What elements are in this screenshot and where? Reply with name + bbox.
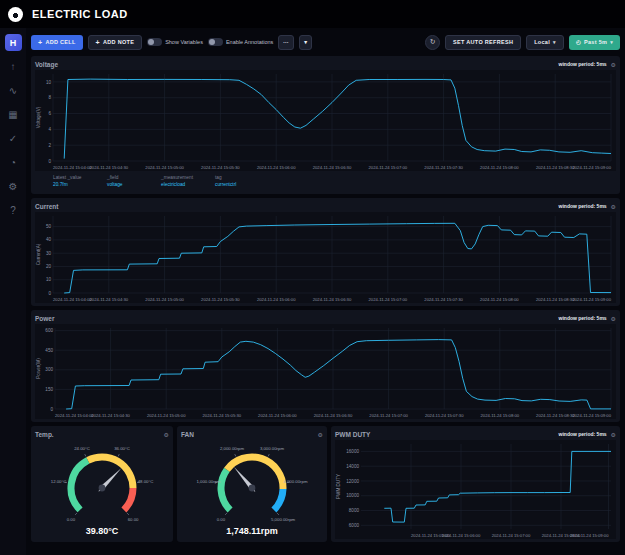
tasks-icon[interactable]: ✓ bbox=[4, 130, 22, 147]
cell-options-icon[interactable]: ⚙ bbox=[318, 431, 323, 438]
svg-text:30: 30 bbox=[46, 251, 52, 256]
panel-power: Power window period: 5ms ⚙ 0150300450600… bbox=[31, 310, 620, 422]
svg-text:8000: 8000 bbox=[349, 508, 360, 513]
svg-text:3,000.00rpm: 3,000.00rpm bbox=[260, 446, 285, 451]
time-range-dropdown[interactable]: ◴ Past 5m ▾ bbox=[569, 35, 620, 50]
enable-annotations-label: Enable Annotations bbox=[226, 39, 273, 45]
fan-gauge-value: 1,748.11rpm bbox=[181, 526, 323, 539]
svg-text:2024-11-24 15:07:30: 2024-11-24 15:07:30 bbox=[425, 413, 464, 418]
current-line-chart[interactable]: 010203040502024-11-24 15:04:002024-11-24… bbox=[35, 212, 616, 303]
settings-icon[interactable]: ⚙ bbox=[4, 178, 22, 195]
svg-text:2024-11-24 15:04:00: 2024-11-24 15:04:00 bbox=[53, 297, 92, 302]
svg-text:2024-11-24 15:06:00: 2024-11-24 15:06:00 bbox=[442, 533, 481, 538]
plus-icon: + bbox=[38, 39, 42, 46]
svg-text:2024-11-24 15:08:30: 2024-11-24 15:08:30 bbox=[536, 297, 575, 302]
panel-title: PWM DUTY bbox=[335, 431, 370, 438]
cell-options-icon[interactable]: ⚙ bbox=[611, 61, 616, 68]
svg-text:2024-11-24 15:06:30: 2024-11-24 15:06:30 bbox=[314, 413, 353, 418]
timezone-dropdown[interactable]: Local ▾ bbox=[526, 35, 564, 50]
svg-text:2024-11-24 15:06:30: 2024-11-24 15:06:30 bbox=[313, 297, 352, 302]
svg-text:48.00°C: 48.00°C bbox=[138, 479, 154, 484]
add-cell-button[interactable]: + ADD CELL bbox=[31, 35, 83, 50]
show-variables-label: Show Variables bbox=[165, 39, 203, 45]
alerts-icon[interactable]: ◔ bbox=[4, 154, 22, 171]
svg-text:2024-11-24 15:07:30: 2024-11-24 15:07:30 bbox=[424, 297, 463, 302]
svg-text:Power(W): Power(W) bbox=[36, 358, 41, 379]
legend-value: voltage bbox=[107, 182, 161, 187]
svg-text:5,000.00rpm: 5,000.00rpm bbox=[271, 517, 296, 522]
more-options-button[interactable]: ⋯ bbox=[278, 35, 294, 50]
svg-text:2024-11-24 15:04:30: 2024-11-24 15:04:30 bbox=[91, 413, 130, 418]
legend-header: Latest _value bbox=[53, 175, 107, 180]
chevron-down-icon: ▾ bbox=[610, 39, 613, 45]
svg-text:4,000.00rpm: 4,000.00rpm bbox=[283, 479, 308, 484]
add-note-button[interactable]: + ADD NOTE bbox=[88, 35, 143, 50]
svg-text:50: 50 bbox=[46, 224, 52, 229]
set-auto-refresh-label: SET AUTO REFRESH bbox=[453, 39, 513, 45]
enable-annotations-toggle[interactable]: Enable Annotations bbox=[208, 38, 273, 46]
page-title: ELECTRIC LOAD bbox=[32, 8, 128, 20]
cell-options-icon[interactable]: ⚙ bbox=[611, 315, 616, 322]
refresh-button[interactable]: ↻ bbox=[425, 35, 440, 50]
pwm-line-chart[interactable]: 60008000100001200014000160002024-11-24 1… bbox=[335, 440, 616, 539]
legend-header: tag bbox=[215, 175, 269, 180]
window-period-label: window period: 5ms bbox=[559, 315, 607, 321]
chevron-down-icon: ▾ bbox=[553, 39, 556, 45]
svg-text:Current(A): Current(A) bbox=[36, 243, 41, 265]
power-line-chart[interactable]: 01503004506002024-11-24 15:04:002024-11-… bbox=[35, 324, 616, 419]
svg-text:14000: 14000 bbox=[346, 464, 359, 469]
svg-text:450: 450 bbox=[45, 348, 53, 353]
svg-text:36.00°C: 36.00°C bbox=[114, 446, 130, 451]
svg-text:2024-11-24 15:07:00: 2024-11-24 15:07:00 bbox=[492, 533, 531, 538]
svg-text:2024-11-24 15:07:00: 2024-11-24 15:07:00 bbox=[369, 413, 408, 418]
load-data-icon[interactable]: ↑ bbox=[4, 58, 22, 75]
svg-text:20: 20 bbox=[46, 264, 52, 269]
svg-text:2024-11-24 15:09:00: 2024-11-24 15:09:00 bbox=[572, 297, 611, 302]
dashboard-main: + ADD CELL + ADD NOTE Show Variables Ena… bbox=[26, 28, 625, 555]
svg-text:2024-11-24 15:08:30: 2024-11-24 15:08:30 bbox=[536, 413, 575, 418]
svg-text:10: 10 bbox=[46, 277, 52, 282]
svg-text:2024-11-24 15:08:00: 2024-11-24 15:08:00 bbox=[480, 165, 519, 170]
presentation-mode-button[interactable]: ▾ bbox=[299, 35, 312, 50]
svg-text:0.00: 0.00 bbox=[217, 517, 226, 522]
svg-text:12.00°C: 12.00°C bbox=[51, 479, 67, 484]
svg-text:10000: 10000 bbox=[346, 493, 359, 498]
toggle-switch-icon bbox=[147, 38, 162, 46]
temp-gauge-value: 39.80°C bbox=[35, 526, 169, 539]
svg-text:2024-11-24 15:05:30: 2024-11-24 15:05:30 bbox=[201, 297, 240, 302]
cell-options-icon[interactable]: ⚙ bbox=[611, 203, 616, 210]
svg-text:2024-11-24 15:06:00: 2024-11-24 15:06:00 bbox=[258, 413, 297, 418]
panel-title: Power bbox=[35, 315, 55, 322]
time-range-label: Past 5m bbox=[584, 39, 607, 45]
set-auto-refresh-button[interactable]: SET AUTO REFRESH bbox=[445, 35, 521, 50]
legend-value: electricload bbox=[161, 182, 215, 187]
svg-text:2024-11-24 15:07:00: 2024-11-24 15:07:00 bbox=[369, 297, 408, 302]
add-cell-label: ADD CELL bbox=[45, 39, 75, 45]
svg-text:6: 6 bbox=[48, 111, 51, 116]
fan-gauge: 0.001,000.00rpm2,000.00rpm3,000.00rpm4,0… bbox=[181, 440, 323, 526]
data-explorer-icon[interactable]: ∿ bbox=[4, 82, 22, 99]
dashboards-icon[interactable]: ▦ bbox=[4, 106, 22, 123]
help-icon[interactable]: ? bbox=[4, 202, 22, 219]
svg-text:2024-11-24 15:09:00: 2024-11-24 15:09:00 bbox=[572, 413, 611, 418]
svg-text:16000: 16000 bbox=[346, 449, 359, 454]
svg-text:12000: 12000 bbox=[346, 479, 359, 484]
svg-text:2024-11-24 15:08:00: 2024-11-24 15:08:00 bbox=[480, 297, 519, 302]
svg-text:Voltage(V): Voltage(V) bbox=[36, 106, 41, 128]
svg-text:2024-11-24 15:05:00: 2024-11-24 15:05:00 bbox=[145, 165, 184, 170]
svg-text:300: 300 bbox=[45, 367, 53, 372]
cell-options-icon[interactable]: ⚙ bbox=[164, 431, 169, 438]
user-avatar[interactable]: H bbox=[5, 34, 22, 51]
panel-title: Voltage bbox=[35, 61, 58, 68]
show-variables-toggle[interactable]: Show Variables bbox=[147, 38, 203, 46]
voltage-line-chart[interactable]: 02468102024-11-24 15:04:002024-11-24 15:… bbox=[35, 70, 616, 171]
cell-options-icon[interactable]: ⚙ bbox=[611, 431, 616, 438]
toggle-switch-icon bbox=[208, 38, 223, 46]
svg-text:2024-11-24 15:09:00: 2024-11-24 15:09:00 bbox=[570, 533, 609, 538]
svg-text:2024-11-24 15:05:30: 2024-11-24 15:05:30 bbox=[203, 413, 242, 418]
plus-icon: + bbox=[96, 39, 100, 46]
temp-gauge: 0.0012.00°C24.00°C36.00°C48.00°C60.00 bbox=[35, 440, 169, 526]
svg-text:0.00: 0.00 bbox=[67, 517, 76, 522]
svg-text:2024-11-24 15:04:00: 2024-11-24 15:04:00 bbox=[55, 413, 94, 418]
voltage-legend: Latest _value _field _measurement tag 20… bbox=[35, 171, 616, 191]
